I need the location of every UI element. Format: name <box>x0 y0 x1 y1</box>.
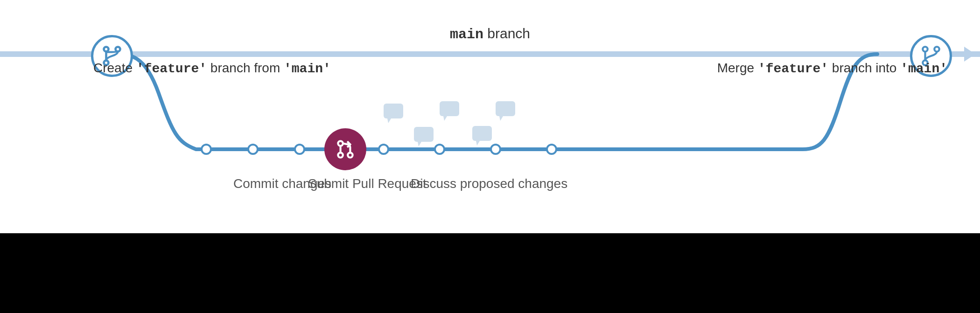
create-feature-keyword: 'feature' <box>136 62 207 76</box>
discuss-label: Discuss proposed changes <box>411 176 567 191</box>
svg-rect-15 <box>414 127 434 142</box>
feature-node-1 <box>201 144 212 155</box>
feature-node-7 <box>546 144 557 155</box>
pr-node <box>324 128 366 170</box>
svg-marker-12 <box>387 118 391 123</box>
svg-point-8 <box>348 153 352 157</box>
feature-node-4 <box>378 144 389 155</box>
create-prefix: Create <box>93 61 136 75</box>
main-branch-arrow <box>964 47 975 62</box>
create-main-keyword: 'main' <box>284 62 331 76</box>
main-branch-keyword: main <box>450 27 483 42</box>
svg-rect-11 <box>384 104 403 118</box>
svg-point-0 <box>104 47 108 51</box>
pr-label: Submit Pull Request <box>308 176 427 191</box>
svg-marker-14 <box>443 116 447 121</box>
svg-point-7 <box>338 153 343 157</box>
chat-bubble-3 <box>413 126 439 151</box>
merge-branch-label: Merge 'feature' branch into 'main' <box>717 61 947 76</box>
svg-rect-13 <box>440 101 459 116</box>
main-branch-line <box>0 51 980 57</box>
feature-node-3 <box>294 144 305 155</box>
svg-marker-20 <box>476 141 480 146</box>
svg-point-9 <box>338 141 343 146</box>
chat-bubble-2 <box>439 100 464 125</box>
merge-main-keyword: 'main' <box>900 62 947 76</box>
merge-feature-keyword: 'feature' <box>758 62 828 76</box>
svg-rect-19 <box>472 126 492 141</box>
svg-rect-17 <box>496 101 515 116</box>
chat-bubble-5 <box>471 125 497 150</box>
merge-middle: branch into <box>832 61 900 75</box>
svg-marker-16 <box>418 142 421 146</box>
pr-icon <box>334 138 357 161</box>
svg-marker-18 <box>499 116 503 121</box>
create-branch-label: Create 'feature' branch from 'main' <box>93 61 331 76</box>
svg-point-4 <box>923 47 927 51</box>
feature-node-2 <box>247 144 259 155</box>
chat-bubble-1 <box>383 103 408 128</box>
merge-prefix: Merge <box>717 61 758 75</box>
create-middle: branch from <box>210 61 284 75</box>
main-branch-label: main branch <box>450 26 530 42</box>
svg-point-2 <box>115 47 120 51</box>
chat-bubble-4 <box>495 100 520 125</box>
main-branch-text: branch <box>487 26 530 41</box>
diagram-area: main branch <box>0 0 980 233</box>
svg-point-6 <box>934 47 939 51</box>
black-bar <box>0 233 980 313</box>
